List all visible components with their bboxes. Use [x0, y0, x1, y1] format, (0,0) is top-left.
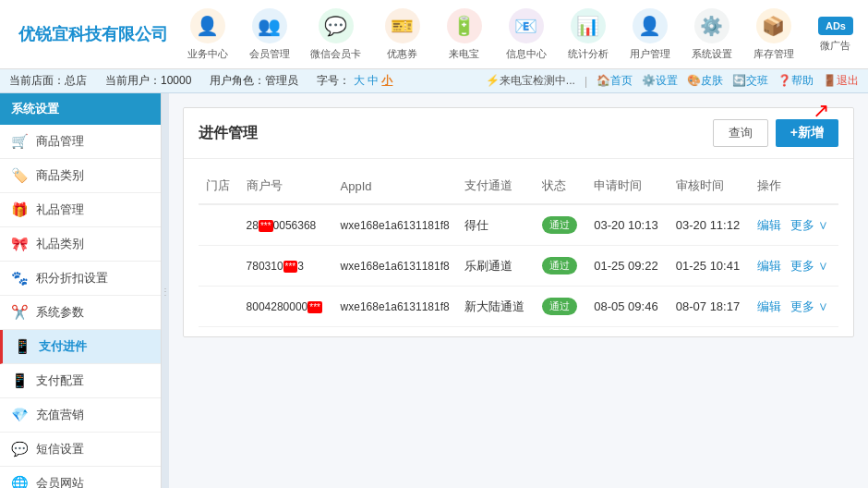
- nav-item-coupon[interactable]: 🎫 优惠券: [372, 1, 432, 68]
- table-row: 8004280000*** wxe168e1a6131181f8 新大陆通道 通…: [199, 287, 838, 327]
- nav-icon-member-mgmt: 👥: [252, 8, 287, 43]
- nav-icon-business: 👤: [190, 8, 225, 43]
- font-size-label: 字号： 大 中 小: [317, 73, 392, 89]
- nav-item-user-mgmt[interactable]: 👤 用户管理: [620, 1, 680, 68]
- company-logo: 优锐宜科技有限公司: [9, 14, 177, 55]
- add-button[interactable]: +新增: [776, 119, 838, 147]
- sidebar-label-recharge: 充值营销: [36, 407, 84, 423]
- cell-review-time: 03-20 11:12: [669, 204, 751, 246]
- right-tools: ⚡来电宝检测中... | 🏠首页 ⚙️设置 🎨皮肤 🔄交班 ❓帮助 🚪退出: [486, 73, 859, 89]
- cell-apply-time: 01-25 09:22: [586, 246, 669, 287]
- resize-handle[interactable]: ⋮: [162, 93, 169, 488]
- table-header: 门店商户号AppId支付通道状态申请时间审核时间操作: [199, 168, 838, 204]
- search-button[interactable]: 查询: [713, 119, 768, 147]
- sidebar-item-points[interactable]: 🐾 积分折扣设置: [0, 262, 161, 296]
- sidebar: 系统设置 🛒 商品管理 🏷️ 商品类别 🎁 礼品管理 🎀 礼品类别 🐾 积分折扣…: [0, 93, 162, 488]
- content-panel: 进件管理 ↗ 查询 +新增 门店商户号AppId支付通道状态申请时间审核时间操作: [183, 107, 854, 337]
- col-header: 审核时间: [669, 168, 751, 204]
- current-user: 当前用户：10000: [105, 73, 191, 89]
- cell-status: 通过: [535, 287, 586, 327]
- ads-label: 微广告: [820, 39, 850, 53]
- col-header: 支付通道: [457, 168, 535, 204]
- sidebar-item-payment-entry[interactable]: 📱 支付进件: [0, 330, 161, 364]
- sidebar-title: 系统设置: [0, 93, 161, 125]
- sidebar-label-sys-params: 系统参数: [36, 304, 84, 321]
- nav-item-info-center[interactable]: 📧 信息中心: [496, 1, 556, 68]
- nav-item-member-mgmt[interactable]: 👥 会员管理: [239, 1, 299, 68]
- status-badge: 通过: [542, 298, 577, 315]
- sidebar-item-goods-cat[interactable]: 🏷️ 商品类别: [0, 159, 161, 193]
- nav-label-coupon: 优惠券: [387, 47, 417, 61]
- font-size-da[interactable]: 大: [354, 74, 365, 87]
- sidebar-item-goods[interactable]: 🛒 商品管理: [0, 125, 161, 159]
- sidebar-item-member-site[interactable]: 🌐 会员网站: [0, 467, 161, 488]
- sidebar-item-sys-params[interactable]: ✂️ 系统参数: [0, 296, 161, 330]
- sidebar-icon-goods-cat: 🏷️: [11, 167, 29, 184]
- font-size-xiao[interactable]: 小: [381, 74, 392, 87]
- table-row: 28***0056368 wxe168e1a6131181f8 得仕 通过 03…: [199, 204, 838, 246]
- settings-link[interactable]: ⚙️设置: [642, 73, 678, 89]
- nav-icon-coupon: 🎫: [385, 8, 420, 43]
- cell-actions: 编辑 更多 ∨: [750, 287, 838, 327]
- more-link[interactable]: 更多 ∨: [790, 218, 828, 232]
- nav-label-stats: 统计分析: [568, 47, 609, 61]
- edit-link[interactable]: 编辑: [757, 218, 781, 232]
- sidebar-label-goods: 商品管理: [36, 133, 84, 150]
- cell-merchant-id: 780310***3: [239, 246, 333, 287]
- sidebar-label-gift: 礼品管理: [36, 201, 84, 218]
- nav-item-sys-settings[interactable]: ⚙️ 系统设置: [681, 1, 741, 68]
- cell-channel: 乐刷通道: [457, 246, 535, 287]
- merchant-id-text: 8004280000***: [247, 300, 322, 313]
- nav-item-power-bank[interactable]: 🔋 来电宝: [434, 1, 494, 68]
- nav-icon-inventory: 📦: [756, 8, 791, 43]
- more-link[interactable]: 更多 ∨: [790, 299, 828, 313]
- nav-item-stats[interactable]: 📊 统计分析: [558, 1, 618, 68]
- col-header: 申请时间: [586, 168, 669, 204]
- sidebar-icon-pay-config: 📱: [11, 372, 29, 389]
- sidebar-label-payment-entry: 支付进件: [39, 338, 87, 355]
- sidebar-label-goods-cat: 商品类别: [36, 167, 84, 184]
- font-size-zhong[interactable]: 中: [368, 74, 379, 87]
- col-header: 门店: [199, 168, 239, 204]
- nav-item-business[interactable]: 👤 业务中心: [177, 1, 237, 68]
- nav-item-inventory[interactable]: 📦 库存管理: [743, 1, 803, 68]
- nav-icon-power-bank: 🔋: [447, 8, 482, 43]
- nav-label-user-mgmt: 用户管理: [630, 47, 670, 61]
- content-header: 进件管理 ↗ 查询 +新增: [184, 108, 853, 159]
- sidebar-item-sms[interactable]: 💬 短信设置: [0, 433, 161, 467]
- col-header: 操作: [750, 168, 838, 204]
- header-buttons: ↗ 查询 +新增: [713, 119, 838, 147]
- table-header-row: 门店商户号AppId支付通道状态申请时间审核时间操作: [199, 168, 838, 204]
- sidebar-item-recharge[interactable]: 💎 充值营销: [0, 398, 161, 433]
- sidebar-item-pay-config[interactable]: 📱 支付配置: [0, 364, 161, 398]
- shift-link[interactable]: 🔄交班: [732, 73, 768, 89]
- user-role: 用户角色：管理员: [210, 73, 298, 89]
- sidebar-label-pay-config: 支付配置: [36, 372, 84, 389]
- sidebar-label-gift-cat: 礼品类别: [36, 236, 84, 252]
- edit-link[interactable]: 编辑: [757, 299, 781, 313]
- main-layout: 系统设置 🛒 商品管理 🏷️ 商品类别 🎁 礼品管理 🎀 礼品类别 🐾 积分折扣…: [0, 93, 868, 488]
- sidebar-item-gift-cat[interactable]: 🎀 礼品类别: [0, 227, 161, 262]
- current-store: 当前店面：总店: [9, 73, 87, 89]
- col-header: AppId: [333, 168, 458, 204]
- edit-link[interactable]: 编辑: [757, 259, 781, 273]
- nav-label-sys-settings: 系统设置: [692, 47, 732, 61]
- page-title: 进件管理: [199, 124, 258, 143]
- help-link[interactable]: ❓帮助: [778, 73, 814, 89]
- sidebar-label-points: 积分折扣设置: [36, 270, 108, 287]
- more-link[interactable]: 更多 ∨: [790, 259, 828, 273]
- sidebar-item-gift[interactable]: 🎁 礼品管理: [0, 193, 161, 227]
- ads-button[interactable]: ADs 微广告: [813, 9, 859, 60]
- sidebar-icon-goods: 🛒: [11, 133, 29, 150]
- cell-channel: 新大陆通道: [457, 287, 535, 327]
- cell-review-time: 08-07 18:17: [669, 287, 751, 327]
- merchant-id-text: 28***0056368: [247, 219, 317, 232]
- sidebar-icon-gift-cat: 🎀: [11, 236, 29, 252]
- cell-appid: wxe168e1a6131181f8: [333, 204, 458, 246]
- nav-icon-sys-settings: ⚙️: [694, 8, 729, 43]
- skin-link[interactable]: 🎨皮肤: [687, 73, 723, 89]
- logout-link[interactable]: 🚪退出: [823, 73, 859, 89]
- cell-appid: wxe168e1a6131181f8: [333, 246, 458, 287]
- home-link[interactable]: 🏠首页: [597, 73, 633, 89]
- nav-item-wechat-card[interactable]: 💬 微信会员卡: [301, 1, 370, 68]
